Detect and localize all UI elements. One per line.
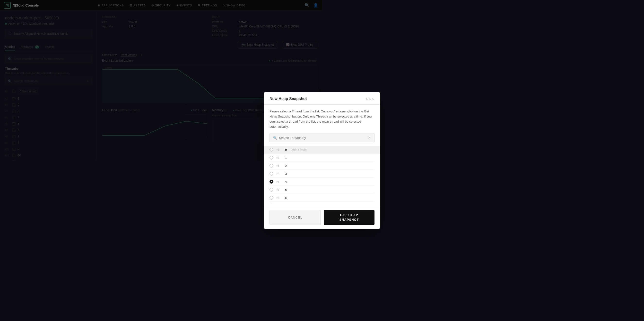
modal-search[interactable]: 🔍 ✕ xyxy=(270,133,322,142)
modal-title: New Heap Snapshot xyxy=(270,97,307,101)
modal-description: Please select a Thread from the list. On… xyxy=(270,109,322,129)
modal-overlay[interactable]: New Heap Snapshot E S C Please select a … xyxy=(0,0,322,160)
modal-body: Please select a Thread from the list. On… xyxy=(264,105,322,160)
radio-btn-1[interactable] xyxy=(270,156,274,160)
modal-thread-list: #1 0 (Main thread) #2 1 #3 2 #4 3 xyxy=(264,146,322,160)
radio-btn-0[interactable] xyxy=(270,148,274,152)
modal-header: New Heap Snapshot E S C xyxy=(264,92,322,105)
search-icon: 🔍 xyxy=(273,136,277,140)
modal-search-input[interactable] xyxy=(279,136,322,140)
modal-thread-item-1[interactable]: #2 1 xyxy=(270,154,322,160)
modal-thread-item-0[interactable]: #1 0 (Main thread) xyxy=(264,146,322,154)
heap-snapshot-modal: New Heap Snapshot E S C Please select a … xyxy=(264,92,322,160)
